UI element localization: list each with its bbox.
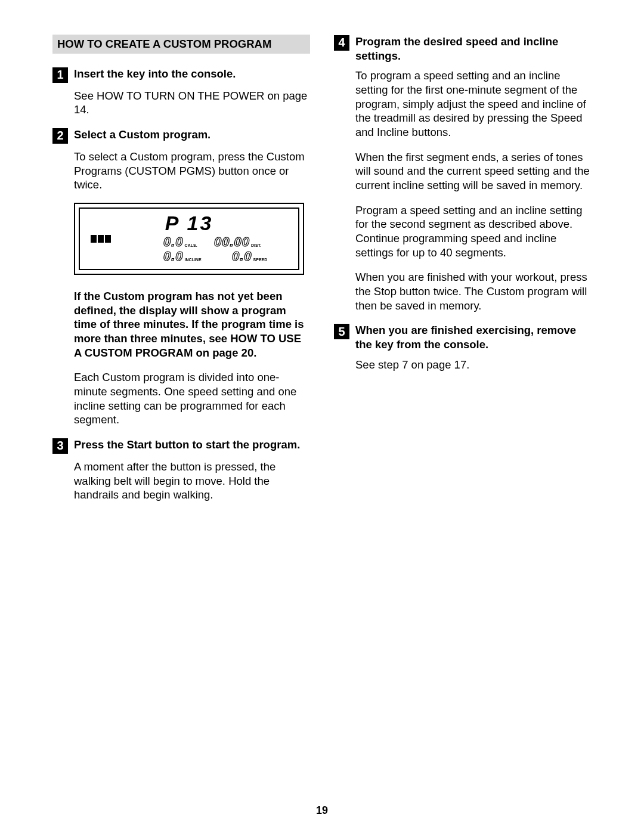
step-3-header: 3 Press the Start button to start the pr…	[52, 438, 310, 454]
step-5-title: When you are finished exercising, remove…	[355, 323, 592, 351]
step-1-title: Insert the key into the console.	[74, 67, 236, 81]
step-4-p1: To program a speed setting and an inclin…	[355, 69, 592, 139]
custom-program-note-bold: If the Custom program has not yet been d…	[74, 289, 310, 360]
lcd-incline-label: INCLINE	[185, 258, 202, 265]
lcd-speed-value: 0.0	[232, 248, 252, 265]
lcd-program-code: P 13	[165, 210, 213, 237]
two-column-layout: HOW TO CREATE A CUSTOM PROGRAM 1 Insert …	[52, 35, 592, 513]
step-2-header: 2 Select a Custom program.	[52, 128, 310, 144]
step-2-body: To select a Custom program, press the Cu…	[74, 150, 310, 192]
step-5-header: 5 When you are finished exercising, remo…	[334, 323, 592, 351]
step-4-p4: When you are finished with your workout,…	[355, 270, 592, 312]
step-5-body: See step 7 on page 17.	[355, 358, 592, 372]
lcd-outer-frame: P 13 0.0 CALS. 00.00 DIST. 0.0 INCLINE	[74, 203, 304, 275]
page-number: 19	[0, 804, 644, 817]
right-column: 4 Program the desired speed and incline …	[334, 35, 592, 513]
step-3-body: A moment after the button is pressed, th…	[74, 460, 310, 502]
step-4-p3: Program a speed setting and an incline s…	[355, 203, 592, 260]
step-2-title: Select a Custom program.	[74, 128, 210, 142]
step-number-icon: 1	[52, 67, 68, 83]
lcd-speed-readout: 0.0 SPEED	[232, 248, 267, 265]
step-4-p2: When the first segment ends, a series of…	[355, 150, 592, 193]
step-4-title: Program the desired speed and incline se…	[355, 35, 592, 63]
lcd-segment-bars-icon	[91, 235, 111, 243]
step-number-icon: 4	[334, 35, 349, 51]
lcd-display-figure: P 13 0.0 CALS. 00.00 DIST. 0.0 INCLINE	[74, 203, 310, 275]
step-number-icon: 2	[52, 128, 68, 144]
left-column: HOW TO CREATE A CUSTOM PROGRAM 1 Insert …	[52, 35, 310, 513]
step-1-body: See HOW TO TURN ON THE POWER on page 14.	[74, 89, 310, 117]
manual-page: HOW TO CREATE A CUSTOM PROGRAM 1 Insert …	[0, 0, 644, 833]
section-title: HOW TO CREATE A CUSTOM PROGRAM	[52, 35, 310, 54]
step-4-header: 4 Program the desired speed and incline …	[334, 35, 592, 63]
step-1-header: 1 Insert the key into the console.	[52, 67, 310, 83]
lcd-inner-frame: P 13 0.0 CALS. 00.00 DIST. 0.0 INCLINE	[79, 208, 299, 270]
custom-program-note-body: Each Custom program is divided into one-…	[74, 370, 310, 427]
step-3-title: Press the Start button to start the prog…	[74, 438, 300, 452]
lcd-incline-readout: 0.0 INCLINE	[163, 248, 202, 265]
step-4-body: To program a speed setting and an inclin…	[355, 69, 592, 312]
step-number-icon: 5	[334, 324, 349, 339]
lcd-incline-value: 0.0	[163, 248, 184, 265]
step-number-icon: 3	[52, 438, 68, 454]
lcd-speed-label: SPEED	[253, 258, 268, 265]
